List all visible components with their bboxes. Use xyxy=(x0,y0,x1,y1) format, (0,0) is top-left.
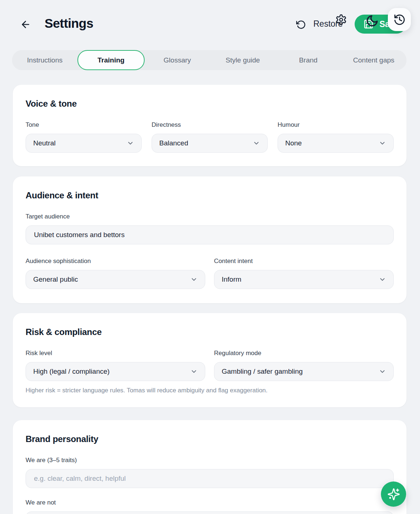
risk-compliance-card: Risk & compliance Risk level High (legal… xyxy=(13,313,406,407)
humour-select[interactable]: None xyxy=(278,134,394,153)
regulatory-mode-label: Regulatory mode xyxy=(214,350,394,357)
audience-intent-card: Audience & intent Target audience Audien… xyxy=(13,176,406,303)
theme-moon-icon[interactable] xyxy=(366,14,379,27)
tab-style-guide[interactable]: Style guide xyxy=(210,50,275,70)
target-audience-input[interactable] xyxy=(26,225,394,244)
humour-select-value: None xyxy=(285,139,302,147)
chevron-down-icon xyxy=(190,276,198,283)
chevron-down-icon xyxy=(127,140,134,147)
content-intent-value: Inform xyxy=(222,275,241,283)
audience-intent-title: Audience & intent xyxy=(26,190,394,201)
target-audience-label: Target audience xyxy=(26,213,394,220)
we-are-input[interactable] xyxy=(26,469,394,488)
voice-tone-title: Voice & tone xyxy=(26,99,394,109)
back-button[interactable] xyxy=(20,19,31,30)
content-intent-select[interactable]: Inform xyxy=(214,270,394,289)
tab-glossary[interactable]: Glossary xyxy=(145,50,210,70)
directness-label: Directness xyxy=(152,121,268,129)
version-history-button[interactable] xyxy=(388,8,411,31)
brand-personality-title: Brand personality xyxy=(26,434,394,444)
voice-tone-card: Voice & tone Tone Neutral Directness Bal… xyxy=(13,85,406,166)
tone-label: Tone xyxy=(26,121,142,129)
chevron-down-icon xyxy=(253,140,260,147)
chevron-down-icon xyxy=(379,276,386,283)
humour-label: Humour xyxy=(278,121,394,129)
risk-level-select[interactable]: High (legal / compliance) xyxy=(26,362,205,381)
content-intent-label: Content intent xyxy=(214,258,394,265)
gear-icon[interactable] xyxy=(335,14,347,26)
tab-training[interactable]: Training xyxy=(77,50,144,70)
tab-instructions[interactable]: Instructions xyxy=(12,50,77,70)
we-are-not-label: We are not xyxy=(26,499,394,506)
risk-compliance-title: Risk & compliance xyxy=(26,327,394,337)
chevron-down-icon xyxy=(190,368,198,375)
settings-tabbar: Instructions Training Glossary Style gui… xyxy=(12,50,406,70)
directness-select-value: Balanced xyxy=(159,139,188,147)
we-are-not-input[interactable] xyxy=(26,511,394,514)
chevron-down-icon xyxy=(379,368,386,375)
arrow-left-icon xyxy=(20,19,31,30)
brand-personality-card: Brand personality We are (3–5 traits) We… xyxy=(13,420,406,514)
risk-level-value: High (legal / compliance) xyxy=(33,368,110,376)
tone-select[interactable]: Neutral xyxy=(26,134,142,153)
ai-assistant-button[interactable] xyxy=(381,481,406,507)
audience-sophistication-label: Audience sophistication xyxy=(26,258,205,265)
history-icon xyxy=(393,14,406,26)
tab-brand[interactable]: Brand xyxy=(275,50,341,70)
regulatory-mode-select[interactable]: Gambling / safer gambling xyxy=(214,362,394,381)
sparkles-icon xyxy=(387,488,400,501)
chevron-down-icon xyxy=(379,140,386,147)
tab-content-gaps[interactable]: Content gaps xyxy=(341,50,406,70)
tone-select-value: Neutral xyxy=(33,139,56,147)
risk-level-label: Risk level xyxy=(26,350,205,357)
audience-sophistication-value: General public xyxy=(33,275,78,283)
we-are-label: We are (3–5 traits) xyxy=(26,457,394,464)
page-title: Settings xyxy=(45,16,93,31)
regulatory-mode-value: Gambling / safer gambling xyxy=(222,368,303,376)
risk-helper-text: Higher risk = stricter language rules. T… xyxy=(26,387,394,394)
restore-icon[interactable] xyxy=(296,20,306,30)
audience-sophistication-select[interactable]: General public xyxy=(26,270,205,289)
directness-select[interactable]: Balanced xyxy=(152,134,268,153)
